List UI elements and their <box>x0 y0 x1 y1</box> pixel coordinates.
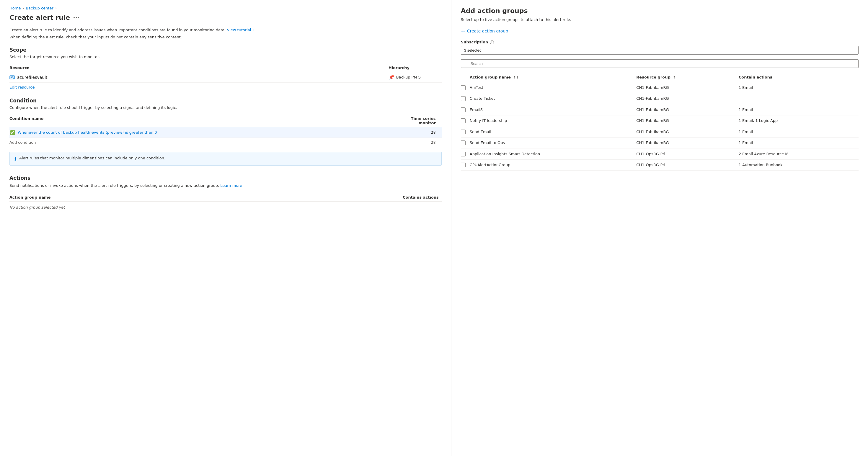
ag-row-name: Notify IT leadership <box>470 115 637 126</box>
edit-resource-link[interactable]: Edit resource <box>9 85 35 90</box>
ag-table-row[interactable]: Create Ticket CH1-FabrikamRG <box>461 93 859 104</box>
no-action-row: No action group selected yet <box>9 202 442 213</box>
ag-row-checkbox[interactable] <box>461 140 466 145</box>
ag-table-row[interactable]: Send Email to Ops CH1-FabrikamRG 1 Email <box>461 137 859 149</box>
ag-table-row[interactable]: Notify IT leadership CH1-FabrikamRG 1 Em… <box>461 115 859 126</box>
search-wrapper: 🔍 <box>461 59 859 68</box>
ag-row-name: AniTest <box>470 82 637 93</box>
ag-row-checkbox[interactable] <box>461 85 466 90</box>
page-title: Create alert rule <box>9 14 70 21</box>
ag-row-rg: CH1-FabrikamRG <box>636 126 738 137</box>
vault-icon <box>9 75 15 80</box>
scope-col-resource: Resource <box>9 66 389 70</box>
ag-row-name: CPUAlertActionGroup <box>470 159 637 171</box>
scope-resource-row: azurefilesvault 📌 Backup PM S <box>9 72 442 83</box>
ag-col-checkbox <box>461 73 470 82</box>
scope-section: Scope Select the target resource you wis… <box>9 47 442 90</box>
info-text: Alert rules that monitor multiple dimens… <box>19 156 165 160</box>
panel-description: Select up to five action groups to attac… <box>461 18 859 22</box>
ag-row-rg: CH1-OpsRG-Pri <box>636 149 738 160</box>
ag-row-name: Create Ticket <box>470 93 637 104</box>
breadcrumb-backup-center[interactable]: Backup center <box>26 6 54 10</box>
ag-table-row[interactable]: CPUAlertActionGroup CH1-OpsRG-Pri 1 Auto… <box>461 159 859 171</box>
hierarchy-value: Backup PM S <box>396 75 421 79</box>
scope-title: Scope <box>9 47 442 53</box>
left-panel: Home › Backup center › Create alert rule… <box>0 0 452 456</box>
panel-title: Add action groups <box>461 7 859 14</box>
ag-row-contains: 1 Email <box>739 104 859 116</box>
description-line1: Create an alert rule to identify and add… <box>9 27 442 33</box>
ag-row-contains: 1 Email, 1 Logic App <box>739 115 859 126</box>
ag-row-rg: CH1-FabrikamRG <box>636 137 738 149</box>
condition-check-icon: ✅ <box>9 130 16 135</box>
condition-table-header: Condition name Time series monitor <box>9 114 442 127</box>
rg-sort-icon: ↑↓ <box>673 75 678 79</box>
page-title-row: Create alert rule ··· <box>9 14 442 21</box>
condition-text: Whenever the count of backup health even… <box>18 130 400 135</box>
view-tutorial-link[interactable]: View tutorial + <box>227 28 256 32</box>
ag-table-row[interactable]: AniTest CH1-FabrikamRG 1 Email <box>461 82 859 93</box>
create-action-group-button[interactable]: + Create action group <box>461 28 508 34</box>
ag-row-contains: 1 Email <box>739 137 859 149</box>
right-panel: Add action groups Select up to five acti… <box>452 0 868 456</box>
ag-row-checkbox[interactable] <box>461 152 466 156</box>
ag-row-contains: 1 Email <box>739 126 859 137</box>
ag-row-checkbox[interactable] <box>461 118 466 123</box>
ag-table-row[interactable]: EmailS CH1-FabrikamRG 1 Email <box>461 104 859 116</box>
ag-table-row[interactable]: Send Email CH1-FabrikamRG 1 Email <box>461 126 859 137</box>
info-box: ℹ️ Alert rules that monitor multiple dim… <box>9 152 442 166</box>
hierarchy-badge: 📌 Backup PM S <box>389 74 442 80</box>
ag-row-checkbox[interactable] <box>461 163 466 167</box>
ag-row-rg: CH1-FabrikamRG <box>636 82 738 93</box>
condition-data-row[interactable]: ✅ Whenever the count of backup health ev… <box>9 127 442 138</box>
condition-title: Condition <box>9 98 442 104</box>
plus-icon: + <box>461 28 465 34</box>
breadcrumb: Home › Backup center › <box>9 6 442 10</box>
ag-row-name: Send Email to Ops <box>470 137 637 149</box>
ag-row-checkbox[interactable] <box>461 107 466 112</box>
subscription-input[interactable] <box>461 46 859 55</box>
ag-row-checkbox[interactable] <box>461 130 466 134</box>
breadcrumb-sep-1: › <box>23 6 24 10</box>
ag-table-row[interactable]: Application Insights Smart Detection CH1… <box>461 149 859 160</box>
create-btn-label: Create action group <box>467 29 508 33</box>
ag-row-rg: CH1-OpsRG-Pri <box>636 159 738 171</box>
action-groups-table: Action group name ↑↓ Resource group ↑↓ C… <box>461 73 859 171</box>
breadcrumb-sep-2: › <box>55 6 57 10</box>
ag-col-name[interactable]: Action group name ↑↓ <box>470 73 637 82</box>
ag-row-contains: 1 Email <box>739 82 859 93</box>
add-condition-row[interactable]: Add condition 28 <box>9 138 442 147</box>
ag-row-checkbox[interactable] <box>461 96 466 101</box>
more-options-icon[interactable]: ··· <box>73 14 80 21</box>
ag-table-header-row: Action group name ↑↓ Resource group ↑↓ C… <box>461 73 859 82</box>
ag-row-contains <box>739 93 859 104</box>
actions-title: Actions <box>9 175 442 181</box>
condition-section: Condition Configure when the alert rule … <box>9 98 442 166</box>
add-condition-label: Add condition <box>9 140 400 144</box>
subscription-info-icon: i <box>490 40 494 44</box>
actions-col-agname: Action group name <box>9 195 389 199</box>
info-icon: ℹ️ <box>14 156 16 162</box>
ag-row-rg: CH1-FabrikamRG <box>636 93 738 104</box>
scope-subtitle: Select the target resource you wish to m… <box>9 55 442 59</box>
search-input[interactable] <box>461 59 859 68</box>
ag-col-rg[interactable]: Resource group ↑↓ <box>636 73 738 82</box>
learn-more-link[interactable]: Learn more <box>220 183 242 188</box>
breadcrumb-home[interactable]: Home <box>9 6 21 10</box>
add-condition-num: 28 <box>400 140 442 144</box>
ag-row-name: EmailS <box>470 104 637 116</box>
scope-table-header: Resource Hierarchy <box>9 63 442 72</box>
ag-row-rg: CH1-FabrikamRG <box>636 104 738 116</box>
ag-row-contains: 1 Automation Runbook <box>739 159 859 171</box>
ag-row-rg: CH1-FabrikamRG <box>636 115 738 126</box>
description-line2: When defining the alert rule, check that… <box>9 34 442 40</box>
ag-row-name: Application Insights Smart Detection <box>470 149 637 160</box>
cond-col-tsm: Time series monitor <box>400 116 442 125</box>
ag-row-contains: 2 Email Azure Resource M <box>739 149 859 160</box>
cond-col-name: Condition name <box>9 116 400 125</box>
scope-col-hierarchy: Hierarchy <box>389 66 442 70</box>
subscription-label: Subscription i <box>461 40 859 44</box>
svg-rect-0 <box>10 75 14 79</box>
ag-row-name: Send Email <box>470 126 637 137</box>
actions-table-header: Action group name Contains actions <box>9 193 442 202</box>
